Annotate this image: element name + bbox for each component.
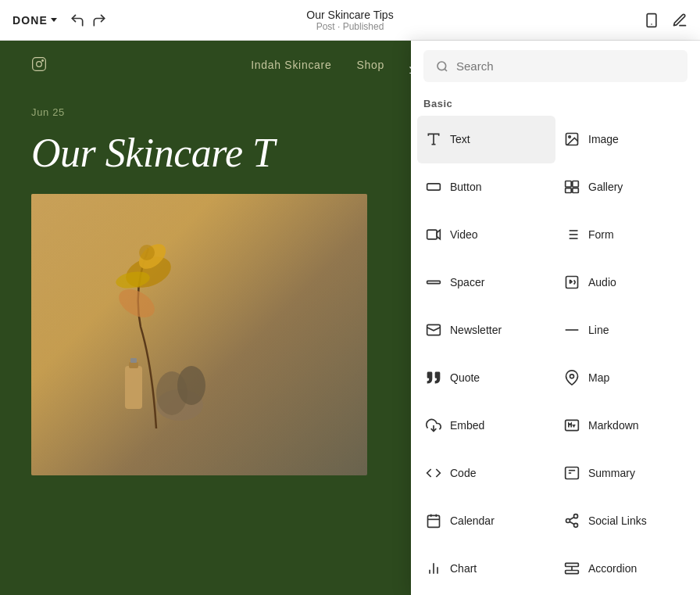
item-audio[interactable]: Audio [555, 259, 694, 306]
nav-link-brand[interactable]: Indah Skincare [251, 59, 331, 73]
code-icon [425, 464, 442, 482]
item-form[interactable]: Form [555, 211, 694, 259]
line-label: Line [588, 324, 609, 336]
quote-icon [425, 369, 442, 386]
summary-label: Summary [588, 467, 635, 479]
item-markdown[interactable]: Markdown [555, 401, 694, 449]
item-image[interactable]: Image [555, 116, 694, 163]
markdown-label: Markdown [588, 419, 639, 432]
svg-rect-58 [566, 563, 579, 566]
top-bar-center: Our Skincare Tips Post · Published [306, 9, 393, 32]
code-label: Code [450, 467, 476, 479]
search-bar[interactable] [423, 50, 688, 82]
item-calendar[interactable]: Calendar [417, 496, 555, 544]
svg-rect-14 [129, 362, 138, 368]
svg-rect-43 [566, 467, 579, 479]
done-button[interactable]: DONE [12, 14, 57, 27]
item-map[interactable]: Map [555, 353, 694, 401]
top-bar-left: DONE [12, 13, 107, 28]
svg-rect-24 [573, 181, 579, 188]
svg-point-6 [114, 284, 159, 324]
audio-label: Audio [588, 276, 616, 289]
section-label: Basic [411, 91, 700, 113]
svg-rect-46 [428, 515, 440, 527]
item-chart[interactable]: Chart [417, 544, 555, 592]
svg-point-50 [574, 514, 578, 518]
image-label: Image [588, 133, 619, 145]
svg-rect-13 [125, 366, 142, 409]
page-status: Post · Published [306, 21, 393, 32]
item-code[interactable]: Code [417, 449, 555, 496]
audio-icon [563, 274, 580, 291]
svg-rect-2 [33, 58, 46, 71]
spacer-icon [425, 274, 442, 291]
item-button[interactable]: Button [417, 163, 555, 211]
instagram-icon[interactable] [31, 56, 47, 75]
map-label: Map [588, 371, 609, 384]
svg-line-17 [445, 69, 447, 71]
top-bar: DONE Our Skincare Tips Post · Published [0, 0, 700, 41]
item-gallery[interactable]: Gallery [555, 163, 694, 211]
markdown-icon [563, 417, 580, 434]
svg-rect-22 [427, 184, 441, 190]
newsletter-icon [425, 321, 442, 339]
svg-point-21 [569, 136, 571, 138]
chart-icon [425, 560, 442, 577]
item-social-links[interactable]: Social Links [555, 496, 694, 544]
chevron-down-icon [51, 18, 57, 22]
accordion-icon [563, 560, 580, 577]
map-icon [563, 369, 580, 386]
post-image [31, 194, 367, 475]
gallery-icon [563, 178, 580, 195]
item-summary[interactable]: Summary [555, 449, 694, 496]
redo-button[interactable] [91, 13, 107, 28]
item-line[interactable]: Line [555, 306, 694, 354]
page-title: Our Skincare Tips [306, 9, 393, 21]
svg-point-3 [37, 62, 42, 67]
svg-point-39 [570, 375, 574, 378]
plant-decoration [78, 210, 234, 428]
embed-label: Embed [450, 419, 484, 432]
svg-rect-23 [566, 181, 572, 188]
item-embed[interactable]: Embed [417, 401, 555, 449]
svg-point-52 [574, 523, 578, 527]
undo-button[interactable] [70, 13, 85, 28]
svg-point-12 [177, 366, 205, 405]
svg-point-8 [139, 245, 155, 260]
calendar-icon [425, 512, 442, 529]
text-icon [425, 131, 442, 148]
svg-rect-15 [130, 358, 137, 363]
search-icon [436, 60, 448, 73]
button-icon [425, 178, 442, 195]
summary-icon [563, 464, 580, 482]
mobile-preview-button[interactable] [644, 13, 659, 28]
text-label: Text [450, 133, 470, 145]
item-video[interactable]: Video [417, 211, 555, 259]
edit-mode-button[interactable] [672, 13, 688, 28]
svg-rect-0 [647, 13, 656, 27]
newsletter-label: Newsletter [450, 324, 502, 336]
svg-line-54 [570, 517, 574, 519]
item-quote[interactable]: Quote [417, 353, 555, 401]
svg-point-16 [438, 62, 446, 70]
form-label: Form [588, 228, 614, 241]
item-accordion[interactable]: Accordion [555, 544, 694, 592]
svg-rect-27 [427, 230, 438, 239]
spacer-label: Spacer [450, 276, 484, 289]
item-newsletter[interactable]: Newsletter [417, 306, 555, 354]
video-label: Video [450, 228, 478, 241]
nav-link-shop[interactable]: Shop [356, 59, 384, 73]
button-label: Button [450, 181, 481, 193]
embed-icon [425, 417, 442, 434]
svg-rect-35 [427, 281, 441, 283]
item-text[interactable]: Text [417, 116, 555, 163]
form-icon [563, 226, 580, 243]
social-links-icon [563, 512, 580, 529]
image-icon [563, 131, 580, 148]
gallery-label: Gallery [588, 181, 623, 193]
item-spacer[interactable]: Spacer [417, 259, 555, 306]
search-input[interactable] [456, 59, 675, 73]
done-label: DONE [12, 14, 48, 27]
svg-point-51 [566, 518, 570, 522]
content-panel: Basic Text Image Button Galler [411, 41, 700, 595]
